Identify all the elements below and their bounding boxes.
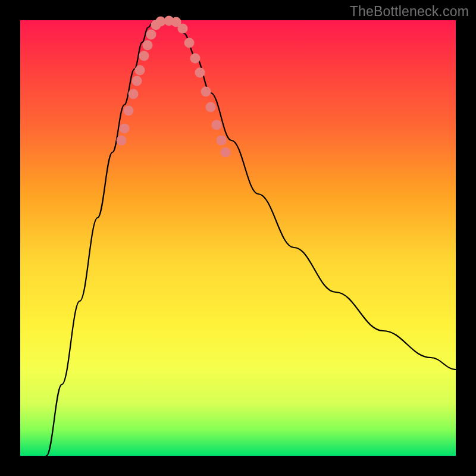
data-point [139,51,149,61]
data-point [132,76,142,86]
data-point [201,87,211,97]
data-point [120,124,130,134]
data-point [206,102,216,112]
data-point [221,148,231,158]
data-point [135,65,145,76]
data-point [190,54,201,64]
curve-left [46,20,157,456]
chart-overlay [20,20,456,456]
data-point [129,89,139,99]
data-point [184,38,195,48]
watermark-text: TheBottleneck.com [350,4,469,20]
data-point [217,136,227,146]
data-point [212,120,222,130]
data-point [117,136,127,146]
data-point [124,106,134,116]
data-point [143,40,153,51]
data-point [178,24,188,34]
curve-right [175,21,456,369]
data-point [195,68,205,78]
data-point [146,30,156,40]
data-points [117,16,231,158]
